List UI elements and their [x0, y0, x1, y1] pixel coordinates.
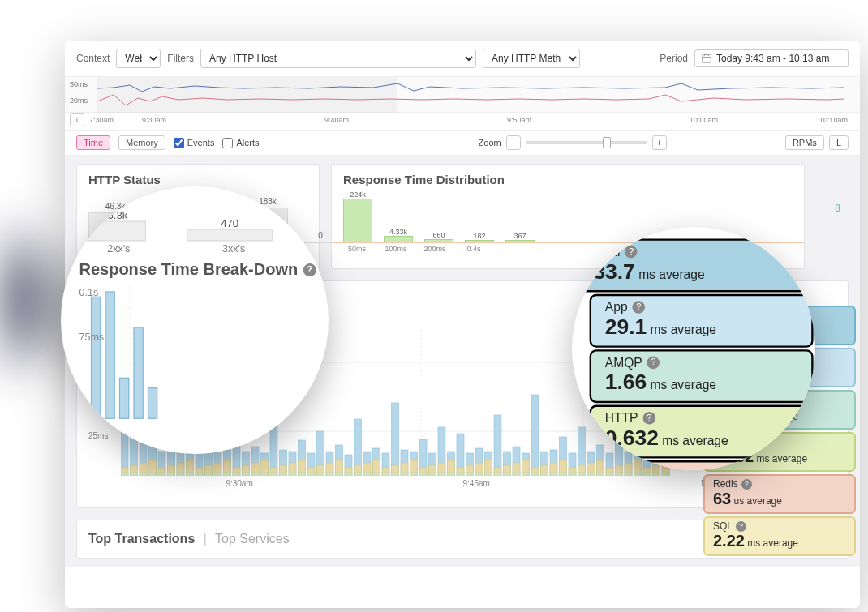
period-value: Today 9:43 am - 10:13 am	[716, 53, 829, 64]
rtd-bar[interactable]: 224k	[343, 190, 372, 242]
help-icon[interactable]: ?	[736, 521, 746, 532]
svg-rect-129	[494, 415, 501, 476]
time-tick: 10:00am	[690, 116, 718, 124]
tab-top-services[interactable]: Top Services	[215, 532, 290, 546]
svg-rect-86	[355, 473, 362, 476]
lens-ytick: 75ms	[79, 332, 105, 343]
zoom-control: Zoom − +	[479, 135, 667, 150]
svg-rect-59	[270, 473, 277, 476]
svg-rect-11	[121, 473, 128, 476]
svg-rect-47	[233, 473, 240, 476]
rtd-label: 0.4s	[460, 245, 488, 253]
svg-rect-164	[597, 473, 604, 476]
rtd-title: Response Time Distribution	[332, 165, 804, 195]
zoom-lens-right: Total ? 33.7 ms average App ? 29.1 ms av…	[572, 227, 815, 470]
svg-rect-65	[289, 473, 296, 476]
svg-rect-50	[243, 473, 250, 476]
rtd-right-num: 8	[816, 164, 849, 269]
svg-rect-0	[703, 55, 711, 63]
svg-rect-119	[457, 473, 464, 476]
svg-rect-185	[662, 473, 669, 476]
svg-rect-38	[205, 473, 213, 476]
svg-rect-191	[134, 327, 143, 419]
rtd-bar[interactable]: 182	[465, 232, 494, 242]
time-tick: 9:30am	[142, 116, 166, 124]
svg-rect-113	[438, 473, 445, 476]
rtd-bar[interactable]: 367	[505, 232, 535, 242]
rpms-button[interactable]: RPMs	[785, 135, 824, 150]
svg-rect-96	[392, 403, 399, 476]
http-method-select[interactable]: Any HTTP Method	[483, 49, 580, 68]
breakdown-ytick: 25ms	[88, 431, 108, 440]
svg-rect-26	[168, 473, 175, 476]
context-select[interactable]: Web	[116, 49, 161, 68]
svg-rect-125	[475, 473, 483, 476]
svg-rect-74	[317, 473, 324, 476]
stat-card-redis[interactable]: Redis ? 63 us average	[703, 474, 856, 514]
memory-toggle[interactable]: Memory	[118, 135, 165, 150]
events-checkbox[interactable]: Events	[174, 138, 215, 148]
svg-rect-128	[485, 473, 492, 476]
svg-rect-149	[550, 473, 557, 476]
overview-ytick: 20ms	[70, 96, 88, 105]
svg-rect-17	[140, 473, 147, 476]
time-tick: 9:40am	[324, 116, 349, 124]
filters-label: Filters	[167, 53, 194, 64]
zoom-out-button[interactable]: −	[506, 135, 521, 150]
right-button-2[interactable]: L	[829, 135, 849, 150]
svg-rect-89	[363, 473, 371, 476]
zoom-lens-left: 46.3k 470 2xx's 3xx's Response Time Brea…	[61, 186, 329, 454]
filter-bar: Context Web Filters Any HTTP Host Any HT…	[65, 41, 860, 76]
overview-sparkline[interactable]: 50ms 20ms	[65, 76, 860, 113]
http-host-select[interactable]: Any HTTP Host	[200, 49, 476, 68]
help-icon[interactable]: ?	[741, 479, 752, 490]
lens-stat-card-app[interactable]: App ? 29.1 ms average	[590, 294, 814, 348]
svg-rect-122	[466, 473, 474, 476]
time-tick: 9:50am	[507, 116, 531, 124]
help-icon: ?	[625, 246, 638, 259]
period-picker[interactable]: Today 9:43 am - 10:13 am	[694, 49, 849, 67]
rtd-bar[interactable]: 4.33k	[384, 228, 413, 242]
svg-rect-95	[382, 473, 389, 476]
rtd-bar[interactable]: 660	[424, 231, 453, 242]
rtd-label	[499, 245, 526, 253]
overview-time-axis: ‹ 7:30am 9:30am 9:40am 9:50am 10:00am 10…	[65, 113, 860, 131]
svg-rect-101	[401, 473, 408, 476]
svg-rect-134	[504, 473, 511, 476]
alerts-checkbox[interactable]: Alerts	[222, 138, 259, 148]
svg-rect-44	[224, 473, 231, 476]
calendar-icon	[702, 53, 711, 63]
svg-rect-104	[410, 473, 418, 476]
tab-top-transactions[interactable]: Top Transactions	[88, 532, 195, 546]
svg-rect-192	[148, 388, 157, 419]
svg-rect-140	[522, 473, 530, 476]
stat-card-sql[interactable]: SQL ? 2.22 ms average	[703, 516, 856, 556]
zoom-slider[interactable]	[526, 141, 647, 144]
context-label: Context	[76, 53, 110, 64]
svg-rect-161	[587, 473, 595, 476]
svg-rect-62	[280, 473, 287, 476]
svg-rect-20	[149, 473, 157, 476]
svg-rect-80	[336, 473, 343, 476]
svg-rect-131	[494, 473, 501, 476]
overview-lines	[97, 77, 844, 113]
zoom-in-button[interactable]: +	[652, 135, 667, 150]
lens-http-count: 470	[221, 217, 238, 229]
lens-stat-card-amqp[interactable]: AMQP ? 1.66 ms average	[590, 349, 814, 403]
svg-rect-170	[616, 473, 623, 476]
svg-rect-141	[531, 395, 539, 476]
svg-rect-143	[531, 473, 539, 476]
svg-rect-53	[251, 473, 259, 476]
chart-controls: Time Memory Events Alerts Zoom − + RPMs …	[65, 131, 860, 156]
period-label: Period	[660, 53, 688, 64]
svg-rect-92	[373, 473, 380, 476]
svg-rect-116	[448, 473, 455, 476]
time-toggle[interactable]: Time	[76, 135, 110, 150]
svg-rect-176	[634, 473, 642, 476]
lens-http-label: 2xx's	[88, 243, 151, 255]
time-tick: 7:30am	[89, 116, 114, 124]
svg-rect-29	[177, 473, 184, 476]
overview-nav-prev[interactable]: ‹	[70, 113, 84, 126]
help-icon[interactable]: ?	[303, 263, 316, 276]
zoom-label: Zoom	[479, 138, 501, 148]
